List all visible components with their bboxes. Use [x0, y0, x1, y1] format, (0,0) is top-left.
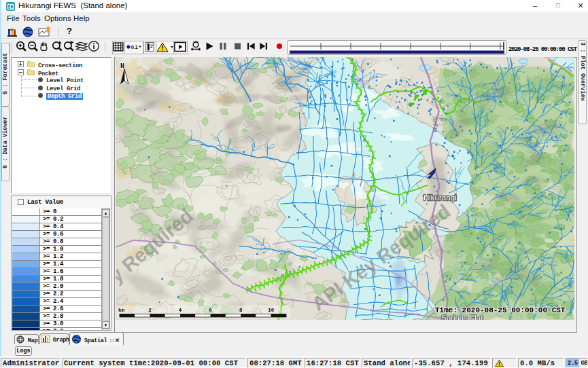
svg-text:km: km	[118, 308, 125, 313]
svg-text:2: 2	[148, 308, 152, 313]
svg-text:10: 10	[268, 308, 275, 313]
svg-text:8: 8	[239, 308, 243, 313]
svg-text:6: 6	[209, 308, 212, 313]
svg-text:SH 1: SH 1	[432, 117, 438, 130]
svg-text:4: 4	[179, 308, 182, 313]
svg-text:N: N	[120, 62, 124, 70]
svg-text:2020-08-25 00:00:00 CST: 2020-08-25 00:00:00 CST	[508, 46, 578, 53]
svg-text:Time: 2020-08-25 00:00:00 CST: Time: 2020-08-25 00:00:00 CST	[435, 306, 566, 314]
svg-text:Hikurangi: Hikurangi	[423, 194, 457, 202]
